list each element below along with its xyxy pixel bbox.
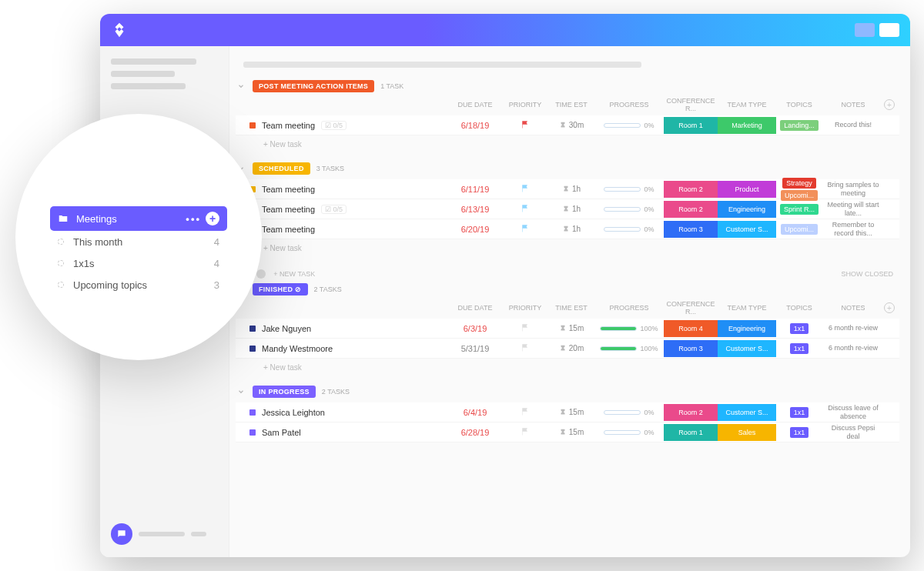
conference-room-tag[interactable]: Room 3: [664, 340, 718, 357]
notes-cell[interactable]: Discuss Pepsi deal: [822, 424, 884, 440]
topic-tag[interactable]: Landing...: [780, 120, 819, 131]
team-type-tag[interactable]: Engineering: [718, 320, 776, 337]
due-date[interactable]: 6/28/19: [448, 428, 502, 437]
team-type-tag[interactable]: Marketing: [718, 117, 776, 134]
team-type-tag[interactable]: Sales: [718, 424, 776, 441]
conference-room-tag[interactable]: Room 4: [664, 320, 718, 337]
team-type-tag[interactable]: Engineering: [718, 201, 776, 218]
add-column-button[interactable]: +: [884, 99, 895, 110]
time-estimate[interactable]: 15m: [548, 408, 594, 416]
progress[interactable]: 0%: [594, 205, 664, 213]
conference-room-tag[interactable]: Room 2: [664, 201, 718, 218]
time-estimate[interactable]: 20m: [548, 344, 594, 352]
priority-flag-icon[interactable]: [521, 427, 530, 436]
time-estimate[interactable]: 1h: [548, 185, 594, 193]
notes-cell[interactable]: 6 month re-view: [822, 324, 884, 332]
topic-tag[interactable]: 1x1: [790, 323, 809, 334]
folder-list-item[interactable]: 1x1s4: [50, 252, 227, 274]
notes-cell[interactable]: 6 month re-view: [822, 344, 884, 352]
notes-cell[interactable]: Remember to record this...: [822, 221, 884, 237]
due-date[interactable]: 6/3/19: [448, 324, 502, 333]
conference-room-tag[interactable]: Room 1: [664, 117, 718, 134]
subtask-count[interactable]: ☑ 0/5: [321, 121, 346, 130]
more-icon[interactable]: •••: [186, 213, 201, 225]
priority-flag-icon[interactable]: [521, 343, 530, 352]
new-task-link[interactable]: + New task: [236, 359, 899, 381]
conference-room-tag[interactable]: Room 1: [664, 424, 718, 441]
topic-tag[interactable]: Sprint R...: [780, 204, 819, 215]
time-estimate[interactable]: 30m: [548, 121, 594, 129]
folder-header[interactable]: Meetings ••• +: [50, 206, 227, 231]
show-closed-toggle[interactable]: SHOW CLOSED: [841, 270, 899, 278]
topic-tag[interactable]: 1x1: [790, 407, 809, 418]
status-pill[interactable]: POST MEETING ACTION ITEMS: [253, 80, 374, 92]
topic-tag[interactable]: Strategy: [782, 178, 816, 189]
new-task-link[interactable]: + New task: [236, 135, 899, 158]
time-estimate[interactable]: 1h: [548, 225, 594, 233]
window-btn-2[interactable]: [879, 23, 899, 37]
status-pill[interactable]: SCHEDULED: [253, 162, 310, 175]
notes-cell[interactable]: Discuss leave of absence: [822, 404, 884, 420]
task-row[interactable]: Mandy Westmoore 5/31/19 20m 100% Room 3 …: [236, 339, 899, 359]
due-date[interactable]: 6/20/19: [448, 225, 502, 234]
due-date[interactable]: 6/4/19: [448, 408, 502, 417]
progress[interactable]: 100%: [594, 325, 664, 332]
add-list-button[interactable]: +: [206, 212, 219, 225]
priority-flag-icon[interactable]: [521, 407, 530, 416]
new-task-link[interactable]: + New task: [236, 239, 899, 262]
task-row[interactable]: Sam Patel 6/28/19 15m 0% Room 1 Sales 1x…: [236, 422, 899, 442]
progress[interactable]: 0%: [594, 225, 664, 233]
progress[interactable]: 0%: [594, 409, 664, 416]
status-pill[interactable]: FINISHED ⊘: [253, 283, 308, 296]
team-type-tag[interactable]: Product: [718, 181, 776, 198]
progress[interactable]: 0%: [594, 122, 664, 129]
topic-tag[interactable]: Upcomi...: [781, 190, 818, 201]
conference-room-tag[interactable]: Room 2: [664, 404, 718, 421]
due-date[interactable]: 5/31/19: [448, 344, 502, 353]
due-date[interactable]: 6/11/19: [448, 185, 502, 194]
time-estimate[interactable]: 15m: [548, 428, 594, 436]
sidebar-skeleton: [191, 532, 206, 536]
task-row[interactable]: Jake Nguyen 6/3/19 15m 100% Room 4 Engin…: [236, 319, 899, 339]
notes-cell[interactable]: Meeting will start late...: [822, 201, 884, 217]
sidebar-skeleton: [111, 83, 186, 89]
topic-tag[interactable]: Upcomi...: [781, 224, 818, 235]
task-row[interactable]: Jessica Leighton 6/4/19 15m 0% Room 2 Cu…: [236, 402, 899, 422]
task-row[interactable]: Team meeting 6/20/19 1h 0% Room 3 Custom…: [236, 219, 899, 239]
team-type-tag[interactable]: Customer S...: [718, 404, 776, 421]
team-type-tag[interactable]: Customer S...: [718, 221, 776, 238]
topic-tag[interactable]: 1x1: [790, 427, 809, 438]
window-btn-1[interactable]: [855, 23, 875, 37]
folder-list-item[interactable]: This month4: [50, 231, 227, 252]
progress[interactable]: 100%: [594, 345, 664, 352]
conference-room-tag[interactable]: Room 2: [664, 181, 718, 198]
team-type-tag[interactable]: Customer S...: [718, 340, 776, 357]
status-pill[interactable]: IN PROGRESS: [253, 386, 316, 398]
progress[interactable]: 0%: [594, 185, 664, 193]
priority-flag-icon[interactable]: [521, 204, 530, 213]
time-estimate[interactable]: 15m: [548, 324, 594, 332]
priority-flag-icon[interactable]: [521, 120, 530, 129]
add-column-button[interactable]: +: [884, 302, 895, 313]
info-icon[interactable]: [256, 269, 266, 279]
time-estimate[interactable]: 1h: [548, 205, 594, 213]
chat-button[interactable]: [111, 523, 132, 545]
task-row[interactable]: Team meeting ☑ 0/5 6/18/19 30m 0% Room 1…: [236, 115, 899, 135]
new-task-button[interactable]: + NEW TASK: [273, 270, 315, 278]
progress[interactable]: 0%: [594, 429, 664, 436]
priority-flag-icon[interactable]: [521, 224, 530, 233]
task-row[interactable]: Team meeting 6/11/19 1h 0% Room 2 Produc…: [236, 179, 899, 199]
due-date[interactable]: 6/13/19: [448, 205, 502, 214]
collapse-icon[interactable]: [236, 386, 246, 397]
subtask-count[interactable]: ☑ 0/5: [321, 205, 346, 214]
notes-cell[interactable]: Record this!: [822, 121, 884, 129]
conference-room-tag[interactable]: Room 3: [664, 221, 718, 238]
priority-flag-icon[interactable]: [521, 323, 530, 332]
due-date[interactable]: 6/18/19: [448, 121, 502, 130]
collapse-icon[interactable]: [236, 81, 246, 92]
topic-tag[interactable]: 1x1: [790, 343, 809, 354]
priority-flag-icon[interactable]: [521, 184, 530, 193]
task-row[interactable]: Team meeting ☑ 0/5 6/13/19 1h 0% Room 2 …: [236, 199, 899, 219]
notes-cell[interactable]: Bring samples to meeting: [822, 181, 884, 197]
folder-list-item[interactable]: Upcoming topics3: [50, 274, 227, 296]
